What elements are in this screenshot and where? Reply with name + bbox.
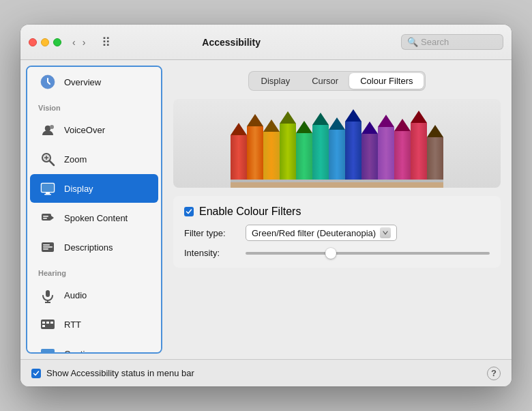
svg-rect-18 — [46, 290, 50, 297]
pencil-6 — [312, 113, 329, 188]
search-input[interactable] — [421, 37, 497, 47]
captions-icon — [38, 344, 57, 354]
svg-rect-9 — [46, 193, 50, 194]
tab-colour-filters[interactable]: Colour Filters — [349, 73, 424, 89]
spoken-content-icon — [38, 208, 57, 227]
sidebar-item-label: Descriptions — [64, 242, 113, 253]
pencil-eraser — [312, 182, 329, 188]
pencil-13 — [427, 125, 443, 188]
voiceover-icon — [38, 120, 57, 139]
vision-header: Vision — [27, 97, 161, 115]
intensity-slider-thumb[interactable] — [325, 248, 336, 259]
pencil-7 — [329, 117, 345, 188]
pencil-tip — [231, 123, 247, 135]
sidebar-item-label: Captions — [64, 349, 99, 354]
pencil-10 — [378, 115, 394, 188]
svg-point-1 — [45, 126, 50, 131]
pencil-eraser — [411, 182, 427, 188]
help-button[interactable]: ? — [487, 367, 501, 380]
pencils-container — [225, 106, 449, 188]
sidebar-item-audio[interactable]: Audio — [30, 281, 158, 309]
pencil-11 — [394, 119, 411, 188]
sidebar-item-label: RTT — [64, 320, 81, 330]
pencil-5 — [296, 121, 312, 188]
svg-rect-21 — [41, 320, 55, 329]
enable-checkbox-label[interactable]: Enable Colour Filters — [184, 206, 301, 218]
filter-type-dropdown[interactable]: Green/Red filter (Deuteranopia) — [246, 225, 397, 241]
sidebar-item-rtt[interactable]: RTT — [30, 310, 158, 339]
tab-display[interactable]: Display — [250, 73, 301, 89]
pencil-eraser — [378, 182, 394, 188]
intensity-slider-track[interactable] — [246, 252, 490, 255]
display-icon — [38, 179, 57, 198]
sidebar-item-zoom[interactable]: Zoom — [30, 145, 158, 173]
pencil-8 — [345, 109, 361, 188]
overview-icon — [38, 72, 57, 91]
sidebar-item-label: VoiceOver — [64, 125, 105, 135]
pencil-body — [411, 123, 427, 180]
sidebar-item-voiceover[interactable]: VoiceOver — [30, 115, 158, 144]
svg-rect-10 — [44, 194, 51, 195]
pencil-1 — [231, 123, 247, 188]
pencil-tip — [247, 114, 263, 126]
svg-rect-11 — [42, 214, 51, 221]
status-bar-checkbox[interactable] — [31, 369, 41, 378]
sidebar-item-label: Audio — [64, 290, 87, 300]
sidebar-item-label: Display — [64, 184, 93, 194]
hearing-header: Hearing — [27, 262, 161, 280]
pencil-eraser — [345, 182, 361, 188]
maximize-button[interactable] — [53, 38, 61, 46]
pencil-body — [280, 124, 296, 180]
enable-label: Enable Colour Filters — [199, 206, 301, 218]
pencil-body — [378, 127, 394, 180]
svg-rect-24 — [50, 322, 53, 324]
pencil-eraser — [231, 182, 247, 188]
traffic-lights — [29, 38, 61, 46]
sidebar-item-descriptions[interactable]: Descriptions — [30, 233, 158, 261]
svg-rect-17 — [43, 249, 48, 250]
close-button[interactable] — [29, 38, 37, 46]
sidebar-item-display[interactable]: Display — [30, 174, 158, 203]
pencil-3 — [263, 119, 280, 188]
sidebar-item-spoken-content[interactable]: Spoken Content — [30, 203, 158, 232]
pencil-eraser — [394, 182, 411, 188]
svg-rect-15 — [43, 244, 50, 246]
pencil-eraser — [361, 182, 378, 188]
pencil-tip — [280, 111, 296, 124]
pencil-body — [312, 125, 329, 180]
minimize-button[interactable] — [41, 38, 49, 46]
pencil-eraser — [427, 182, 443, 188]
pencil-body — [394, 131, 411, 180]
enable-checkbox[interactable] — [184, 207, 194, 216]
search-box[interactable]: 🔍 — [401, 34, 503, 50]
pencil-eraser — [296, 182, 312, 188]
tab-cursor[interactable]: Cursor — [301, 73, 349, 89]
pencil-body — [263, 132, 280, 180]
main-panel: Display Cursor Colour Filters — [162, 60, 512, 359]
svg-rect-8 — [42, 184, 54, 192]
svg-line-4 — [50, 161, 54, 165]
svg-rect-25 — [42, 325, 45, 327]
pencil-body — [427, 137, 443, 180]
svg-rect-13 — [43, 218, 47, 219]
zoom-icon — [38, 150, 57, 169]
status-bar-checkbox-label[interactable]: Show Accessibility status in menu bar — [31, 368, 194, 378]
pencil-tip — [411, 111, 427, 123]
sidebar-item-overview[interactable]: Overview — [30, 68, 158, 96]
pencil-tip — [427, 125, 443, 137]
pencil-body — [247, 126, 263, 180]
pencil-tip — [312, 113, 329, 125]
pencil-body — [345, 122, 361, 180]
pencil-body — [361, 134, 378, 180]
sidebar-item-captions[interactable]: Captions — [30, 339, 158, 354]
svg-rect-16 — [43, 246, 53, 248]
pencil-9 — [361, 122, 378, 188]
titlebar: ‹ › ⠿ Accessibility 🔍 — [20, 25, 512, 60]
sidebar-item-label: Spoken Content — [64, 213, 128, 223]
status-bar-label: Show Accessibility status in menu bar — [46, 368, 194, 378]
sidebar: Overview Vision VoiceOver — [26, 66, 162, 354]
dropdown-arrow-icon — [380, 227, 391, 238]
intensity-slider-container — [246, 252, 490, 255]
pencil-tip — [361, 122, 378, 134]
pencil-2 — [247, 114, 263, 188]
